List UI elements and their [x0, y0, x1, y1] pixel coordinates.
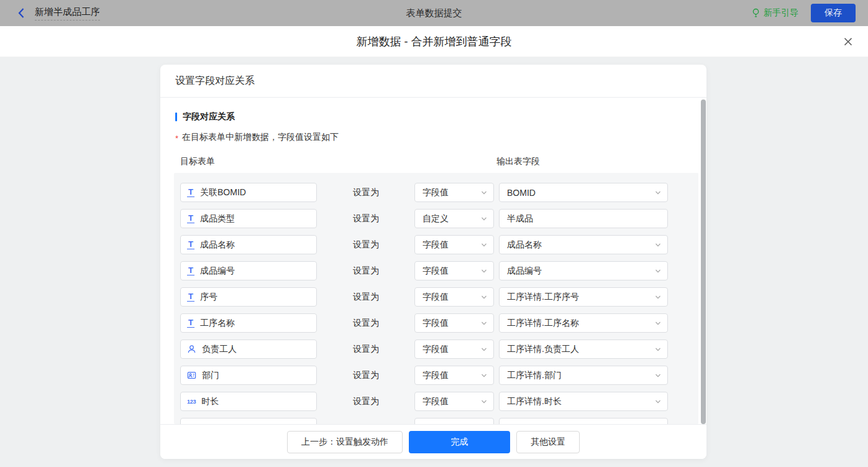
value-mode-select[interactable] [414, 418, 494, 424]
dialog-title: 新增数据 - 合并新增到普通字段 [357, 34, 512, 49]
chevron-down-icon [481, 372, 487, 379]
target-field[interactable]: T序号 [180, 287, 317, 307]
node-title: 表单数据提交 [406, 7, 462, 19]
table-row: T工序名称设置为字段值工序详情.工序名称 [174, 313, 698, 333]
table-row: T成品编号设置为字段值成品编号 [174, 261, 698, 280]
custom-value-text: 半成品 [507, 213, 661, 224]
guide-link[interactable]: 新手引导 [751, 7, 798, 19]
value-mode-select[interactable]: 自定义 [414, 209, 494, 228]
section-title: 字段对应关系 [183, 111, 235, 123]
chevron-down-icon [481, 216, 487, 222]
chevron-down-icon [655, 372, 661, 379]
chevron-down-icon [655, 268, 661, 274]
set-as-label: 设置为 [353, 187, 379, 198]
output-field-select[interactable]: 成品编号 [499, 261, 668, 280]
chevron-down-icon [655, 242, 661, 248]
chevron-down-icon [655, 346, 661, 353]
column-header-output-field: 输出表字段 [496, 156, 540, 167]
target-field[interactable]: T成品名称 [180, 235, 317, 254]
table-row: T成品类型设置为自定义半成品 [174, 209, 698, 228]
value-mode-select[interactable]: 字段值 [414, 313, 494, 333]
output-field-label: 成品名称 [507, 239, 655, 251]
target-field[interactable] [180, 418, 317, 424]
workflow-title[interactable]: 新增半成品工序 [35, 6, 100, 21]
value-mode-select[interactable]: 字段值 [414, 392, 494, 411]
target-field[interactable]: T关联BOMID [180, 183, 317, 202]
target-field[interactable]: T成品类型 [180, 209, 317, 228]
value-mode-select[interactable]: 字段值 [414, 235, 494, 254]
output-field-label: 成品编号 [507, 266, 655, 277]
guide-label: 新手引导 [764, 7, 798, 19]
chevron-down-icon [655, 294, 661, 300]
chevron-down-icon [655, 320, 661, 326]
target-field-label: 部门 [202, 370, 219, 381]
table-row: T序号设置为字段值工序详情.工序序号 [174, 287, 698, 307]
table-row: 负责工人设置为字段值工序详情.负责工人 [174, 340, 698, 359]
value-mode-label: 字段值 [423, 292, 481, 303]
set-as-label: 设置为 [353, 266, 379, 277]
value-mode-label: 字段值 [423, 370, 481, 381]
previous-step-button[interactable]: 上一步：设置触发动作 [287, 431, 403, 453]
target-field[interactable]: T工序名称 [180, 313, 317, 333]
output-field-label: 工序详情.工序名称 [507, 318, 655, 329]
chevron-down-icon [655, 190, 661, 196]
close-icon[interactable] [843, 37, 853, 47]
target-field-label: 序号 [200, 292, 217, 303]
back-button[interactable] [16, 7, 26, 19]
value-mode-select[interactable]: 字段值 [414, 340, 494, 359]
chevron-down-icon [481, 268, 487, 274]
set-as-label: 设置为 [353, 213, 379, 224]
output-field-label: 工序详情.时长 [507, 396, 655, 407]
table-row: T成品名称设置为字段值成品名称 [174, 235, 698, 254]
value-mode-select[interactable]: 字段值 [414, 183, 494, 202]
set-as-label: 设置为 [353, 239, 379, 251]
set-as-label: 设置为 [353, 344, 379, 355]
table-row: 123时长设置为字段值工序详情.时长 [174, 392, 698, 411]
target-field-label: 时长 [201, 396, 219, 407]
finish-button[interactable]: 完成 [409, 431, 510, 453]
output-field-select[interactable]: 工序详情.时长 [499, 392, 668, 411]
chevron-down-icon [481, 242, 487, 248]
output-field-label: BOMID [507, 188, 655, 198]
required-marker: * [175, 134, 178, 143]
note-text: 在目标表单中新增数据，字段值设置如下 [182, 132, 339, 143]
target-field[interactable]: 123时长 [180, 392, 317, 411]
dialog-header: 新增数据 - 合并新增到普通字段 [0, 26, 868, 57]
topbar: 新增半成品工序 表单数据提交 新手引导 保存 [0, 0, 868, 26]
panel-title: 设置字段对应关系 [160, 65, 706, 98]
target-field-label: 成品类型 [200, 213, 235, 224]
target-field[interactable]: 负责工人 [180, 340, 317, 359]
value-mode-label: 字段值 [423, 396, 481, 407]
output-field-select[interactable]: 成品名称 [499, 235, 668, 254]
scrollbar-thumb[interactable] [701, 99, 706, 424]
chevron-down-icon [481, 399, 487, 405]
output-field-select[interactable]: 工序详情.负责工人 [499, 340, 668, 359]
table-row-partial [174, 418, 698, 424]
custom-value-input[interactable]: 半成品 [499, 209, 668, 228]
output-field-select[interactable]: BOMID [499, 183, 668, 202]
value-mode-select[interactable]: 字段值 [414, 366, 494, 385]
mapping-list: T关联BOMID设置为字段值BOMIDT成品类型设置为自定义半成品T成品名称设置… [174, 173, 698, 424]
value-mode-select[interactable]: 字段值 [414, 287, 494, 307]
guide-lightbulb-icon [751, 8, 761, 18]
set-as-label: 设置为 [353, 292, 379, 303]
chevron-down-icon [481, 294, 487, 300]
value-mode-label: 自定义 [423, 213, 481, 224]
output-field-select[interactable]: 工序详情.部门 [499, 366, 668, 385]
output-field-select[interactable]: 工序详情.工序名称 [499, 313, 668, 333]
output-field-select[interactable]: 工序详情.工序序号 [499, 287, 668, 307]
table-row: T关联BOMID设置为字段值BOMID [174, 183, 698, 202]
value-mode-label: 字段值 [423, 187, 481, 198]
save-button[interactable]: 保存 [811, 4, 856, 22]
target-field[interactable]: T成品编号 [180, 261, 317, 280]
output-field-select[interactable] [499, 418, 668, 424]
other-settings-button[interactable]: 其他设置 [516, 431, 580, 453]
set-as-label: 设置为 [353, 370, 379, 381]
value-mode-label: 字段值 [423, 344, 481, 355]
output-field-label: 工序详情.部门 [507, 370, 655, 381]
output-field-label: 工序详情.工序序号 [507, 292, 655, 303]
target-field[interactable]: 部门 [180, 366, 317, 385]
panel-footer: 上一步：设置触发动作 完成 其他设置 [160, 424, 706, 459]
value-mode-select[interactable]: 字段值 [414, 261, 494, 280]
back-chevron-icon [16, 7, 26, 19]
